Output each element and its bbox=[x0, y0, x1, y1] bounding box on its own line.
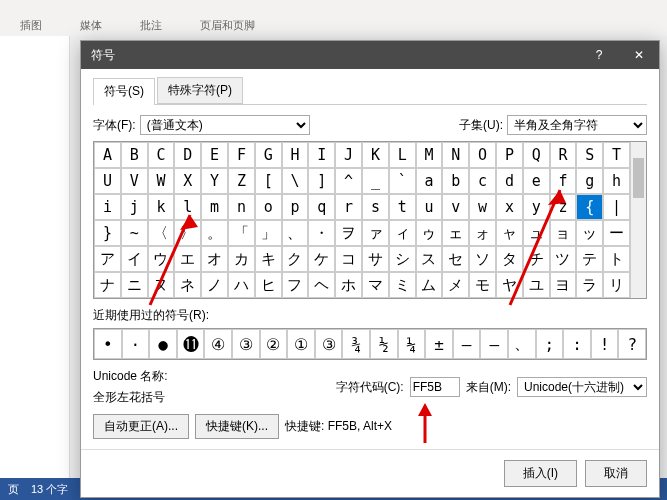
symbol-cell[interactable]: セ bbox=[442, 246, 469, 272]
symbol-cell[interactable]: ノ bbox=[201, 272, 228, 298]
from-select[interactable]: Unicode(十六进制) bbox=[517, 377, 647, 397]
symbol-cell[interactable]: ム bbox=[416, 272, 443, 298]
symbol-cell[interactable]: | bbox=[603, 194, 630, 220]
symbol-cell[interactable]: ー bbox=[603, 220, 630, 246]
symbol-cell[interactable]: } bbox=[94, 220, 121, 246]
symbol-cell[interactable]: u bbox=[416, 194, 443, 220]
symbol-cell[interactable]: フ bbox=[282, 272, 309, 298]
symbol-cell[interactable]: R bbox=[550, 142, 577, 168]
symbol-cell[interactable]: Y bbox=[201, 168, 228, 194]
symbol-cell[interactable]: q bbox=[308, 194, 335, 220]
symbol-cell[interactable]: ア bbox=[94, 246, 121, 272]
symbol-cell[interactable]: J bbox=[335, 142, 362, 168]
recent-cell[interactable]: ● bbox=[149, 329, 177, 359]
recent-cell[interactable]: ③ bbox=[232, 329, 260, 359]
symbol-cell[interactable]: j bbox=[121, 194, 148, 220]
symbol-cell[interactable]: ラ bbox=[576, 272, 603, 298]
symbol-cell[interactable]: ヨ bbox=[550, 272, 577, 298]
symbol-cell[interactable]: X bbox=[174, 168, 201, 194]
symbol-cell[interactable]: チ bbox=[523, 246, 550, 272]
tab-symbols[interactable]: 符号(S) bbox=[93, 78, 155, 105]
symbol-cell[interactable]: シ bbox=[389, 246, 416, 272]
dialog-titlebar[interactable]: 符号 ? ✕ bbox=[81, 41, 659, 69]
recent-cell[interactable]: – bbox=[480, 329, 508, 359]
symbol-cell[interactable]: H bbox=[282, 142, 309, 168]
symbol-cell[interactable]: ユ bbox=[523, 272, 550, 298]
symbol-cell[interactable]: P bbox=[496, 142, 523, 168]
symbol-cell[interactable]: サ bbox=[362, 246, 389, 272]
recent-cell[interactable]: · bbox=[122, 329, 150, 359]
symbol-cell[interactable]: A bbox=[94, 142, 121, 168]
symbol-cell[interactable]: 。 bbox=[201, 220, 228, 246]
recent-cell[interactable]: — bbox=[453, 329, 481, 359]
symbol-cell[interactable]: エ bbox=[174, 246, 201, 272]
symbol-cell[interactable]: ク bbox=[282, 246, 309, 272]
symbol-cell[interactable]: ウ bbox=[148, 246, 175, 272]
symbol-cell[interactable]: w bbox=[469, 194, 496, 220]
recent-cell[interactable]: • bbox=[94, 329, 122, 359]
symbol-cell[interactable]: g bbox=[576, 168, 603, 194]
recent-cell[interactable]: ④ bbox=[204, 329, 232, 359]
recent-cell[interactable]: ± bbox=[425, 329, 453, 359]
recent-grid[interactable]: •·●⓫④③②①③¾½¼±—–、;:!? bbox=[93, 328, 647, 360]
tab-special[interactable]: 特殊字符(P) bbox=[157, 77, 243, 104]
symbol-cell[interactable]: z bbox=[550, 194, 577, 220]
symbol-cell[interactable]: ォ bbox=[469, 220, 496, 246]
symbol-cell[interactable]: 〈 bbox=[148, 220, 175, 246]
symbol-cell[interactable]: ミ bbox=[389, 272, 416, 298]
recent-cell[interactable]: ⓫ bbox=[177, 329, 205, 359]
symbol-cell[interactable]: ス bbox=[416, 246, 443, 272]
symbol-cell[interactable]: ヒ bbox=[255, 272, 282, 298]
symbol-cell[interactable]: U bbox=[94, 168, 121, 194]
symbol-cell[interactable]: ニ bbox=[121, 272, 148, 298]
recent-cell[interactable]: ¾ bbox=[342, 329, 370, 359]
symbol-cell[interactable]: カ bbox=[228, 246, 255, 272]
symbol-cell[interactable]: マ bbox=[362, 272, 389, 298]
symbol-cell[interactable]: b bbox=[442, 168, 469, 194]
symbol-cell[interactable]: ツ bbox=[550, 246, 577, 272]
recent-cell[interactable]: ½ bbox=[370, 329, 398, 359]
symbol-cell[interactable]: ケ bbox=[308, 246, 335, 272]
symbol-cell[interactable]: h bbox=[603, 168, 630, 194]
symbol-cell[interactable]: ホ bbox=[335, 272, 362, 298]
symbol-cell[interactable]: [ bbox=[255, 168, 282, 194]
symbol-cell[interactable]: L bbox=[389, 142, 416, 168]
symbol-cell[interactable]: B bbox=[121, 142, 148, 168]
symbol-cell[interactable]: o bbox=[255, 194, 282, 220]
symbol-cell[interactable]: ゥ bbox=[416, 220, 443, 246]
symbol-cell[interactable]: オ bbox=[201, 246, 228, 272]
symbol-cell[interactable]: ヘ bbox=[308, 272, 335, 298]
symbol-cell[interactable]: t bbox=[389, 194, 416, 220]
symbol-cell[interactable]: ェ bbox=[442, 220, 469, 246]
symbol-cell[interactable]: p bbox=[282, 194, 309, 220]
symbol-cell[interactable]: ヌ bbox=[148, 272, 175, 298]
recent-cell[interactable]: ; bbox=[536, 329, 564, 359]
subset-select[interactable]: 半角及全角字符 bbox=[507, 115, 647, 135]
symbol-cell[interactable]: ネ bbox=[174, 272, 201, 298]
symbol-cell[interactable]: Q bbox=[523, 142, 550, 168]
symbol-cell[interactable]: k bbox=[148, 194, 175, 220]
symbol-cell[interactable]: \ bbox=[282, 168, 309, 194]
symbol-cell[interactable]: V bbox=[121, 168, 148, 194]
symbol-cell[interactable]: タ bbox=[496, 246, 523, 272]
symbol-cell[interactable]: n bbox=[228, 194, 255, 220]
symbol-cell[interactable]: r bbox=[335, 194, 362, 220]
symbol-cell[interactable]: ナ bbox=[94, 272, 121, 298]
recent-cell[interactable]: ② bbox=[260, 329, 288, 359]
recent-cell[interactable]: ! bbox=[591, 329, 619, 359]
symbol-cell[interactable]: v bbox=[442, 194, 469, 220]
symbol-cell[interactable]: S bbox=[576, 142, 603, 168]
symbol-cell[interactable]: x bbox=[496, 194, 523, 220]
charcode-input[interactable] bbox=[410, 377, 460, 397]
symbol-cell[interactable]: リ bbox=[603, 272, 630, 298]
symbol-cell[interactable]: ・ bbox=[308, 220, 335, 246]
symbol-cell[interactable]: テ bbox=[576, 246, 603, 272]
symbol-cell[interactable]: f bbox=[550, 168, 577, 194]
symbol-cell[interactable]: ァ bbox=[362, 220, 389, 246]
shortcut-button[interactable]: 快捷键(K)... bbox=[195, 414, 279, 439]
symbol-cell[interactable]: ソ bbox=[469, 246, 496, 272]
symbol-cell[interactable]: d bbox=[496, 168, 523, 194]
symbol-cell[interactable]: l bbox=[174, 194, 201, 220]
symbol-cell[interactable]: イ bbox=[121, 246, 148, 272]
symbol-cell[interactable]: _ bbox=[362, 168, 389, 194]
